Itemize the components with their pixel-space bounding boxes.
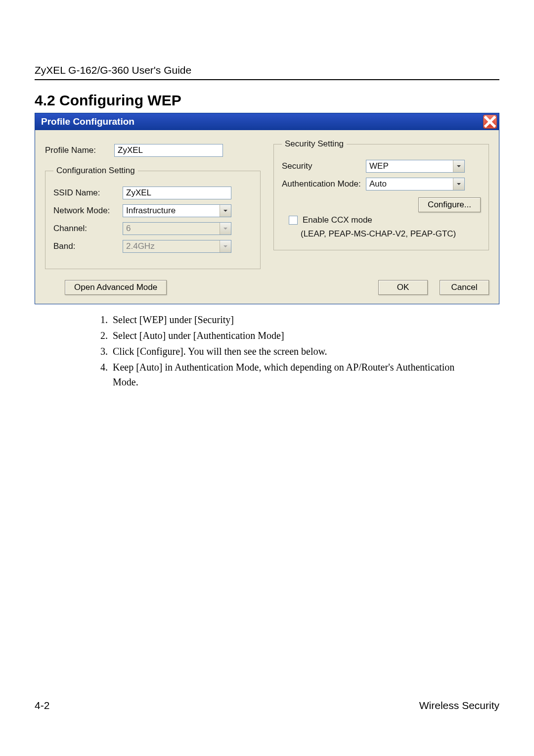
list-item: Select [Auto] under [Authentication Mode… [94, 328, 470, 343]
configure-button[interactable]: Configure... [418, 197, 481, 212]
auth-mode-select[interactable]: Auto [366, 178, 465, 190]
chevron-down-icon [220, 223, 231, 235]
page-number: 4-2 [35, 700, 49, 711]
list-item: Click [Configure]. You will then see the… [94, 344, 470, 359]
channel-value: 6 [123, 223, 220, 235]
security-value: WEP [366, 160, 453, 172]
channel-label: Channel: [53, 224, 123, 234]
doc-header: ZyXEL G-162/G-360 User's Guide [35, 64, 499, 80]
ssid-label: SSID Name: [53, 188, 123, 198]
instruction-list: Select [WEP] under [Security] Select [Au… [94, 312, 470, 389]
band-label: Band: [53, 241, 123, 251]
enable-ccx-label: Enable CCX mode [303, 215, 372, 225]
network-mode-label: Network Mode: [53, 206, 123, 216]
security-setting-legend: Security Setting [282, 139, 347, 149]
profile-config-dialog: Profile Configuration Profile Name: Conf… [35, 113, 499, 304]
dialog-title: Profile Configuration [41, 116, 134, 127]
band-select: 2.4GHz [123, 240, 231, 253]
auth-mode-value: Auto [366, 178, 453, 190]
close-icon[interactable] [483, 115, 497, 129]
list-item: Select [WEP] under [Security] [94, 312, 470, 327]
configuration-setting-group: Configuration Setting SSID Name: Network… [45, 166, 261, 269]
chevron-down-icon [453, 178, 464, 190]
network-mode-value: Infrastructure [123, 205, 220, 217]
ok-button[interactable]: OK [378, 280, 428, 295]
security-select[interactable]: WEP [366, 160, 465, 173]
profile-name-input[interactable] [114, 144, 223, 157]
chevron-down-icon [220, 205, 231, 217]
security-setting-group: Security Setting Security WEP Authentica… [273, 139, 489, 250]
enable-ccx-checkbox[interactable] [289, 216, 298, 225]
security-label: Security [282, 161, 366, 171]
ccx-note: (LEAP, PEAP-MS-CHAP-V2, PEAP-GTC) [301, 229, 481, 239]
channel-select: 6 [123, 222, 231, 235]
cancel-button[interactable]: Cancel [440, 280, 489, 295]
open-advanced-button[interactable]: Open Advanced Mode [65, 280, 167, 295]
configuration-setting-legend: Configuration Setting [53, 166, 138, 176]
section-title: 4.2 Configuring WEP [35, 92, 499, 109]
chevron-down-icon [453, 160, 464, 172]
footer-section: Wireless Security [419, 700, 499, 711]
profile-name-label: Profile Name: [45, 145, 114, 155]
band-value: 2.4GHz [123, 240, 220, 252]
network-mode-select[interactable]: Infrastructure [123, 204, 231, 217]
list-item: Keep [Auto] in Authentication Mode, whic… [94, 360, 470, 389]
auth-mode-label: Authentication Mode: [282, 179, 366, 189]
dialog-titlebar: Profile Configuration [35, 113, 499, 130]
ssid-input[interactable] [123, 187, 231, 199]
chevron-down-icon [220, 240, 231, 252]
